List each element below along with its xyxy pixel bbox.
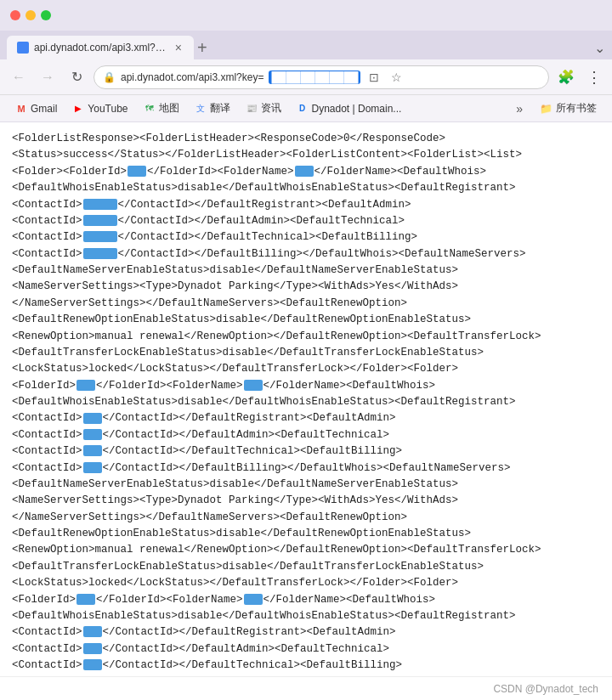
xml-line: <DefaultRenewOptionEnableStatus>disable<… [12, 526, 600, 542]
xml-line: <LockStatus>locked</LockStatus></Default… [12, 575, 600, 591]
xml-line: <ContactId></ContactId></DefaultTechnica… [12, 443, 600, 460]
xml-line: <ContactId></ContactId></DefaultAdmin><D… [12, 641, 600, 658]
xml-line: </NameServerSettings></DefaultNameServer… [12, 296, 600, 312]
xml-line: <DefaultWhoisEnableStatus>disable</Defau… [12, 394, 600, 410]
bookmarks-bar: M Gmail ▶ YouTube 🗺 地图 文 翻译 📰 资讯 D Dynad… [0, 95, 612, 122]
folder-label: 所有书签 [556, 101, 597, 116]
xml-line: <DefaultNameServerEnableStatus>disable</… [12, 477, 600, 493]
bookmark-gmail-label: Gmail [31, 103, 57, 115]
minimize-button[interactable] [26, 10, 36, 20]
footer: CSDN @Dynadot_tech [0, 676, 612, 700]
xml-line: <DefaultNameServerEnableStatus>disable</… [12, 262, 600, 279]
back-button[interactable]: ← [7, 65, 31, 89]
browser-menu-button[interactable]: ⋮ [583, 68, 605, 87]
watermark-text: CSDN @Dynadot_tech [493, 683, 598, 695]
bookmark-gmail[interactable]: M Gmail [8, 100, 64, 117]
xml-line: <ContactId></ContactId></DefaultTechnica… [12, 658, 600, 674]
forward-button[interactable]: → [36, 65, 60, 89]
youtube-icon: ▶ [72, 103, 84, 115]
xml-line: <RenewOption>manual renewal</RenewOption… [12, 542, 600, 558]
xml-line: <DefaultTransferLockEnableStatus>disable… [12, 345, 600, 361]
xml-line: </NameServerSettings></DefaultNameServer… [12, 510, 600, 526]
bookmarks-all-folder[interactable]: 📁 所有书签 [533, 99, 604, 118]
titlebar [0, 0, 612, 31]
tab-title: api.dynadot.com/api3.xml?ke… [34, 42, 168, 54]
maximize-button[interactable] [41, 10, 51, 20]
xml-line: <FolderId></FolderId><FolderName></Folde… [12, 378, 600, 394]
address-highlight: ████████████ [269, 71, 360, 84]
refresh-button[interactable]: ↻ [65, 65, 88, 89]
xml-line: <RenewOption>manual renewal</RenewOption… [12, 329, 600, 345]
traffic-lights [10, 10, 51, 20]
bookmark-youtube[interactable]: ▶ YouTube [65, 100, 134, 117]
extension-icon[interactable]: 🧩 [554, 67, 578, 87]
translate-icon: 文 [195, 103, 207, 115]
bookmark-news[interactable]: 📰 资讯 [239, 99, 288, 118]
xml-line: <NameServerSettings><Type>Dynadot Parkin… [12, 493, 600, 509]
tabbar: api.dynadot.com/api3.xml?ke… × + ⌄ [0, 31, 612, 59]
bookmark-dynadot-label: Dynadot | Domain... [312, 103, 402, 115]
bookmark-youtube-label: YouTube [88, 103, 128, 115]
gmail-icon: M [15, 103, 27, 115]
xml-line: <ContactId></ContactId></DefaultRegistra… [12, 410, 600, 426]
xml-line: <Folder><FolderId></FolderId><FolderName… [12, 164, 600, 180]
address-text: api.dynadot.com/api3.xml?key= [121, 71, 264, 83]
bookmarks-more-button[interactable]: » [511, 99, 528, 118]
new-tab-button[interactable]: + [197, 36, 207, 59]
xml-line: <ContactId></ContactId></DefaultRegistra… [12, 197, 600, 213]
xml-line: <ContactId></ContactId></DefaultAdmin><D… [12, 427, 600, 443]
tab-close-button[interactable]: × [173, 41, 184, 54]
xml-line: <DefaultWhoisEnableStatus>disable</Defau… [12, 608, 600, 624]
xml-line: <FolderListResponse><FolderListHeader><R… [12, 131, 600, 147]
xml-line: <DefaultWhoisEnableStatus>disable</Defau… [12, 180, 600, 196]
xml-line: <ContactId></ContactId></DefaultBilling>… [12, 246, 600, 262]
xml-content: <FolderListResponse><FolderListHeader><R… [0, 122, 612, 676]
bookmark-icon[interactable]: ☆ [388, 69, 405, 86]
xml-line: <DefaultTransferLockEnableStatus>disable… [12, 559, 600, 575]
close-button[interactable] [10, 10, 20, 20]
tab-menu-button[interactable]: ⌄ [594, 40, 605, 59]
lock-icon: 🔒 [103, 71, 116, 83]
xml-line: <DefaultRenewOptionEnableStatus>disable<… [12, 312, 600, 328]
xml-line: <FolderId></FolderId><FolderName></Folde… [12, 592, 600, 608]
xml-line: <Status>success</Status></FolderListHead… [12, 147, 600, 163]
xml-line: <ContactId></ContactId></DefaultRegistra… [12, 624, 600, 641]
active-tab[interactable]: api.dynadot.com/api3.xml?ke… × [7, 36, 194, 59]
news-icon: 📰 [246, 103, 258, 115]
bookmark-maps[interactable]: 🗺 地图 [137, 99, 186, 118]
bookmark-translate-label: 翻译 [210, 101, 230, 116]
xml-line: <LockStatus>locked</LockStatus></Default… [12, 361, 600, 377]
bookmark-translate[interactable]: 文 翻译 [188, 99, 237, 118]
maps-icon: 🗺 [144, 103, 156, 115]
xml-line: <ContactId></ContactId></DefaultBilling>… [12, 460, 600, 477]
xml-line: <NameServerSettings><Type>Dynadot Parkin… [12, 279, 600, 295]
bookmark-maps-label: 地图 [159, 101, 179, 116]
dynadot-icon: D [297, 103, 309, 115]
bookmark-dynadot[interactable]: D Dynadot | Domain... [290, 100, 409, 117]
xml-line: <ContactId></ContactId></DefaultTechnica… [12, 229, 600, 246]
tab-favicon [17, 42, 29, 54]
cast-icon[interactable]: ⊡ [366, 69, 382, 86]
address-bar[interactable]: 🔒 api.dynadot.com/api3.xml?key= ████████… [94, 65, 549, 89]
folder-icon: 📁 [540, 103, 552, 115]
navbar: ← → ↻ 🔒 api.dynadot.com/api3.xml?key= ██… [0, 59, 612, 95]
bookmark-news-label: 资讯 [261, 101, 281, 116]
xml-line: <ContactId></ContactId></DefaultAdmin><D… [12, 213, 600, 229]
